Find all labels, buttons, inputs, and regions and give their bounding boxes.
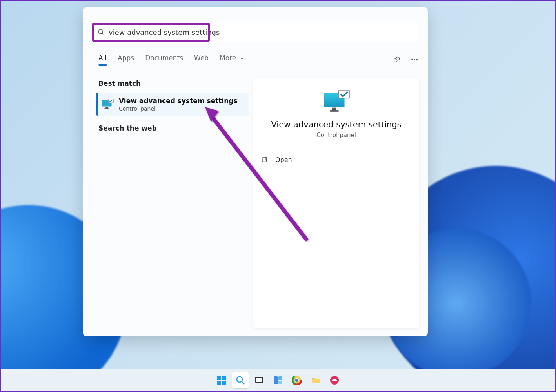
svg-point-3 bbox=[396, 57, 399, 60]
svg-rect-17 bbox=[217, 376, 221, 380]
svg-line-22 bbox=[242, 382, 244, 384]
open-action[interactable]: Open bbox=[259, 153, 414, 167]
svg-point-6 bbox=[416, 59, 417, 60]
monitor-check-icon bbox=[322, 89, 351, 113]
more-options-icon[interactable] bbox=[411, 56, 418, 64]
preview-subtitle: Control panel bbox=[316, 132, 356, 139]
chat-icon[interactable] bbox=[393, 56, 401, 64]
svg-rect-9 bbox=[104, 108, 109, 109]
svg-rect-25 bbox=[274, 376, 278, 384]
svg-rect-18 bbox=[222, 376, 226, 380]
search-icon bbox=[98, 29, 105, 36]
results-column: Best match View advanced system settings… bbox=[96, 80, 249, 332]
svg-point-32 bbox=[295, 379, 298, 382]
svg-rect-26 bbox=[278, 376, 282, 380]
start-button[interactable] bbox=[213, 372, 230, 388]
search-panel: All Apps Documents Web More Best match V… bbox=[83, 7, 428, 336]
tab-more-label: More bbox=[220, 54, 236, 62]
task-view-button[interactable] bbox=[251, 372, 267, 388]
monitor-check-icon bbox=[102, 99, 114, 110]
search-box[interactable] bbox=[92, 23, 418, 42]
svg-rect-19 bbox=[217, 381, 221, 385]
best-match-title: View advanced system settings bbox=[119, 97, 238, 105]
best-match-subtitle: Control panel bbox=[119, 105, 238, 112]
lips-app-button[interactable] bbox=[326, 372, 343, 388]
file-explorer-button[interactable] bbox=[307, 372, 324, 388]
svg-point-5 bbox=[414, 59, 415, 60]
chevron-down-icon bbox=[240, 56, 244, 60]
search-input[interactable] bbox=[109, 28, 413, 36]
chrome-button[interactable] bbox=[289, 372, 305, 388]
tab-all[interactable]: All bbox=[98, 54, 107, 65]
svg-rect-14 bbox=[330, 110, 338, 112]
tab-documents[interactable]: Documents bbox=[145, 54, 183, 65]
svg-point-21 bbox=[237, 377, 242, 382]
open-external-icon bbox=[261, 156, 268, 163]
search-taskbar-button[interactable] bbox=[232, 372, 249, 388]
svg-line-1 bbox=[102, 33, 104, 34]
widgets-button[interactable] bbox=[270, 372, 286, 388]
svg-rect-27 bbox=[278, 381, 282, 384]
tab-more[interactable]: More bbox=[220, 54, 244, 65]
svg-point-2 bbox=[394, 59, 397, 62]
best-match-result[interactable]: View advanced system settings Control pa… bbox=[96, 93, 249, 116]
tab-apps[interactable]: Apps bbox=[118, 54, 134, 65]
svg-rect-20 bbox=[222, 381, 226, 385]
svg-rect-15 bbox=[338, 90, 349, 98]
preview-title: View advanced system settings bbox=[271, 120, 401, 129]
search-web-label: Search the web bbox=[98, 124, 249, 132]
divider bbox=[259, 149, 414, 149]
tab-web[interactable]: Web bbox=[194, 54, 209, 65]
svg-point-0 bbox=[98, 29, 103, 34]
taskbar bbox=[1, 369, 555, 391]
svg-rect-13 bbox=[332, 108, 336, 111]
preview-panel: View advanced system settings Control pa… bbox=[253, 78, 419, 328]
svg-rect-33 bbox=[312, 379, 320, 383]
open-label: Open bbox=[275, 156, 292, 163]
svg-rect-24 bbox=[256, 378, 262, 382]
best-match-label: Best match bbox=[98, 80, 249, 87]
svg-point-4 bbox=[412, 59, 413, 60]
svg-rect-16 bbox=[262, 158, 267, 162]
filter-tabs: All Apps Documents Web More bbox=[98, 54, 418, 65]
